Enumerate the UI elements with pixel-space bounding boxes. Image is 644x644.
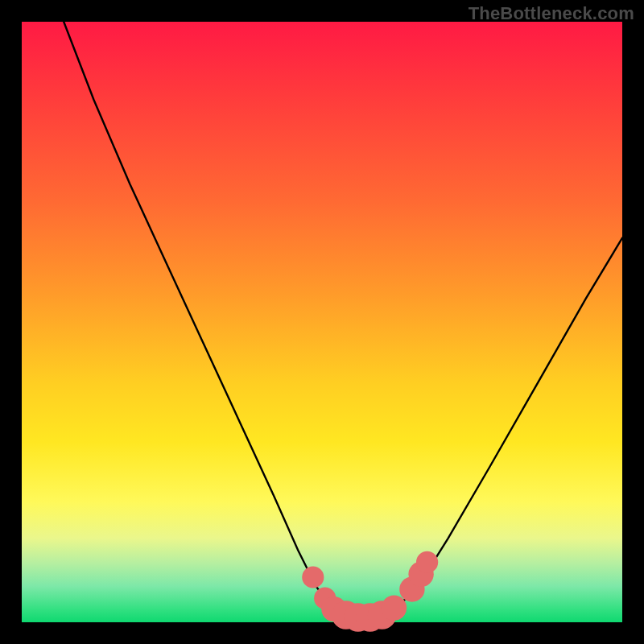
bottleneck-curve: [64, 22, 622, 622]
curve-marker: [382, 595, 407, 620]
marker-group: [302, 551, 438, 632]
chart-frame: TheBottleneck.com: [0, 0, 644, 644]
plot-area: [22, 22, 622, 622]
curve-marker: [302, 566, 324, 588]
watermark-text: TheBottleneck.com: [469, 3, 634, 24]
curve-layer: [22, 22, 622, 622]
curve-marker: [416, 551, 438, 573]
